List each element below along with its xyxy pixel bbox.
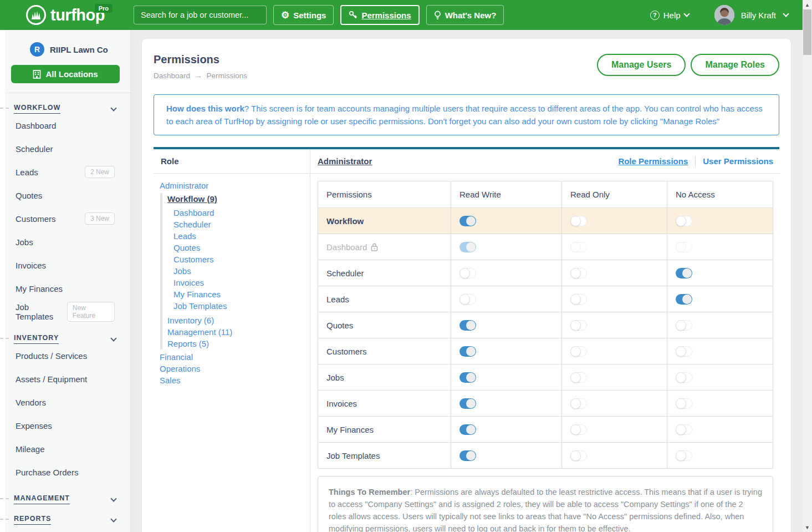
toggle-read-write[interactable] [459,346,476,357]
whats-new-button[interactable]: What's New? [426,5,504,25]
toggle-no-access[interactable] [676,320,692,331]
tree-item-leads[interactable]: Leads [167,230,310,242]
user-chevron-down-icon[interactable] [783,11,789,17]
toggle-read-only[interactable] [570,346,587,357]
breadcrumb-arrow-icon: → [195,72,202,80]
header-right-cluster: ? Help Billy Kraft [650,5,788,25]
permissions-button[interactable]: Permissions [340,5,419,25]
toggle-read-only[interactable] [570,216,587,226]
toggle-no-access[interactable] [676,294,692,305]
page-scrollbar[interactable]: ▲ ▼ [803,0,812,532]
sidebar-item-assets-equipment[interactable]: Assets / Equipment [0,367,130,391]
table-row-dashboard: Dashboard [318,234,773,260]
toggle-read-only[interactable] [570,320,587,331]
tree-item-workflow[interactable]: Workflow (9) [167,193,310,205]
sidebar-item-customers[interactable]: Customers 3 New [0,207,130,230]
scrollbar-thumb[interactable] [803,9,811,55]
toggle-no-access[interactable] [676,450,692,461]
toggle-read-only[interactable] [570,398,587,409]
tree-item-jobs[interactable]: Jobs [167,265,310,277]
sidebar-item-job-templates[interactable]: Job Templates New Feature [0,300,130,323]
sidebar-item-jobs[interactable]: Jobs [0,230,130,254]
sidebar-section-reports[interactable]: REPORTS [0,504,130,525]
manage-users-button[interactable]: Manage Users [597,54,686,76]
role-tree-panel: Role Administrator Workflow (9) Dashboar… [154,149,310,532]
toggle-no-access[interactable] [676,398,692,409]
all-locations-button[interactable]: All Locations [11,65,120,83]
manage-roles-button[interactable]: Manage Roles [691,54,779,76]
toggle-read-only[interactable] [570,450,587,461]
company-avatar[interactable]: R [30,42,44,57]
tree-item-sales[interactable]: Sales [160,374,310,386]
toggle-read-write[interactable] [459,268,476,278]
permissions-card: Permissions Dashboard → Permissions Mana… [142,39,791,532]
chevron-down-icon [110,335,116,341]
toggle-read-only[interactable] [570,372,587,383]
sidebar-item-my-finances[interactable]: My Finances [0,277,130,300]
scroll-down-arrow[interactable]: ▼ [803,523,812,532]
sidebar-section-workflow[interactable]: WORKFLOW [0,93,130,114]
sidebar-item-vendors[interactable]: Vendors [0,391,130,414]
note-lead: Things To Remember [329,488,410,496]
selected-role-label[interactable]: Administrator [318,156,372,166]
tree-item-inventory[interactable]: Inventory (6) [167,315,310,326]
pro-badge: Pro [95,4,113,13]
toggle-read-write[interactable] [459,450,476,461]
breadcrumb-dashboard[interactable]: Dashboard [154,72,190,80]
settings-button[interactable]: Settings [273,5,334,25]
chevron-down-icon [683,11,690,17]
tree-item-administrator[interactable]: Administrator [160,180,310,191]
toggle-read-write[interactable] [459,424,476,435]
toggle-read-write[interactable] [459,372,476,383]
tree-item-operations[interactable]: Operations [160,363,310,374]
toggle-read-write[interactable] [459,398,476,409]
user-avatar[interactable] [714,5,734,25]
tree-item-invoices[interactable]: Invoices [167,277,310,288]
scroll-up-arrow[interactable]: ▲ [803,0,812,9]
help-menu[interactable]: ? Help [650,11,689,20]
table-row-job-templates: Job Templates [318,442,773,468]
breadcrumb-current: Permissions [207,72,248,80]
table-row-leads: Leads [318,286,773,312]
tab-role-permissions[interactable]: Role Permissions [618,156,688,166]
toggle-no-access[interactable] [676,372,692,383]
sidebar-item-invoices[interactable]: Invoices [0,254,130,277]
things-to-remember-note: Things To Remember: Permissions are alwa… [318,476,773,532]
app-logo[interactable]: turfhop Pro [25,4,105,26]
tree-item-my-finances[interactable]: My Finances [167,288,310,300]
tree-item-customers[interactable]: Customers [167,254,310,265]
toggle-read-only[interactable] [570,424,587,435]
sidebar-item-scheduler[interactable]: Scheduler [0,137,130,160]
sidebar-item-mileage[interactable]: Mileage [0,437,130,460]
tree-item-reports[interactable]: Reports (5) [167,338,310,349]
user-name[interactable]: Billy Kraft [741,11,776,20]
tab-user-permissions[interactable]: User Permissions [703,156,773,166]
tree-item-management[interactable]: Management (11) [167,326,310,338]
global-search-input[interactable] [134,6,267,24]
permissions-panels: Role Administrator Workflow (9) Dashboar… [154,147,779,532]
sidebar-item-products-services[interactable]: Products / Services [0,344,130,367]
sidebar-section-inventory[interactable]: INVENTORY [0,323,130,344]
toggle-read-only[interactable] [570,268,587,278]
sidebar-item-expenses[interactable]: Expenses [0,414,130,437]
toggle-read-write[interactable] [459,294,476,305]
toggle-no-access [676,242,692,252]
tree-item-dashboard[interactable]: Dashboard [167,207,310,219]
sidebar-section-management[interactable]: MANAGEMENT [0,484,130,504]
toggle-no-access[interactable] [676,346,692,357]
col-read-only: Read Only [562,181,667,207]
toggle-read-only[interactable] [570,294,587,305]
toggle-no-access[interactable] [676,216,692,226]
tree-item-job-templates[interactable]: Job Templates [167,300,310,312]
sidebar-item-leads[interactable]: Leads 2 New [0,160,130,184]
toggle-read-write[interactable] [459,216,476,226]
tree-item-financial[interactable]: Financial [160,351,310,363]
toggle-no-access[interactable] [676,268,692,278]
sidebar-item-quotes[interactable]: Quotes [0,184,130,207]
tree-item-scheduler[interactable]: Scheduler [167,219,310,230]
sidebar-item-dashboard[interactable]: Dashboard [0,114,130,137]
toggle-read-write[interactable] [459,320,476,331]
tree-item-quotes[interactable]: Quotes [167,242,310,254]
toggle-no-access[interactable] [676,424,692,435]
sidebar-item-purchase-orders[interactable]: Purchase Orders [0,460,130,484]
